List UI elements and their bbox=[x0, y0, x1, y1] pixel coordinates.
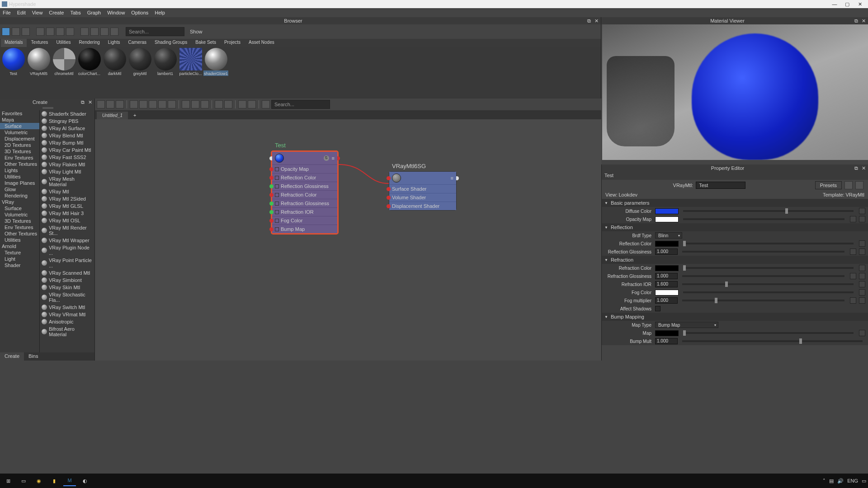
refl-gloss-input[interactable]: 1.000 bbox=[655, 249, 678, 255]
node-header[interactable]: ≡ bbox=[389, 172, 456, 184]
section-reflection[interactable]: ▼Reflection bbox=[602, 223, 868, 231]
map-type-dropdown[interactable]: Bump Map bbox=[655, 322, 718, 328]
shader-list-item[interactable]: VRay Plugin Node ... bbox=[40, 244, 94, 257]
menu-file[interactable]: File bbox=[3, 10, 11, 15]
menu-help[interactable]: Help bbox=[155, 10, 165, 15]
brdf-dropdown[interactable]: Blinn bbox=[655, 232, 682, 239]
app-icon[interactable]: ◐ bbox=[79, 475, 91, 486]
menu-view[interactable]: View bbox=[32, 10, 43, 15]
create-close-icon[interactable]: ✕ bbox=[87, 99, 93, 105]
shader-list-item[interactable]: VRay Mtl OSL bbox=[40, 217, 94, 224]
tree-item[interactable]: Utilities bbox=[0, 237, 39, 243]
graph-tab[interactable]: Untitled_1 bbox=[97, 112, 128, 119]
graph-tool-icon[interactable] bbox=[149, 100, 157, 108]
fog-mult-slider[interactable] bbox=[682, 300, 844, 301]
graph-tool-icon[interactable] bbox=[158, 100, 166, 108]
graph-canvas[interactable]: Test S ≡ Opacity MapReflection ColorRefl… bbox=[95, 119, 601, 361]
node-attr-row[interactable]: Volume Shader bbox=[389, 193, 456, 202]
tree-item[interactable]: Other Textures bbox=[0, 230, 39, 237]
map-button[interactable] bbox=[859, 216, 865, 222]
opacity-slider[interactable] bbox=[683, 218, 844, 220]
tab-materials[interactable]: Materials bbox=[1, 39, 27, 47]
tree-item[interactable]: Env Textures bbox=[0, 155, 39, 161]
tree-item[interactable]: Surface bbox=[0, 123, 39, 129]
graph-tool-icon[interactable] bbox=[97, 100, 105, 108]
reflection-color-swatch[interactable] bbox=[655, 241, 679, 247]
material-swatch[interactable]: shaderGlow1 bbox=[203, 48, 228, 76]
tree-item[interactable]: Favorites bbox=[0, 110, 39, 117]
window-minimize[interactable]: — bbox=[828, 1, 841, 7]
material-name-input[interactable]: Test bbox=[696, 182, 745, 189]
map-button[interactable] bbox=[850, 297, 856, 304]
shader-list-item[interactable]: VRay Light Mtl bbox=[40, 168, 94, 175]
tree-item[interactable]: Utilities bbox=[0, 174, 39, 180]
tree-item[interactable]: Arnold bbox=[0, 243, 39, 249]
node-shading-group[interactable]: VRayMtl6SG ≡ Surface ShaderVolume Shader… bbox=[389, 171, 457, 211]
window-close[interactable]: ✕ bbox=[854, 1, 866, 7]
menu-edit[interactable]: Edit bbox=[17, 10, 26, 15]
material-swatch[interactable]: particleClo... bbox=[178, 48, 203, 76]
map-button[interactable] bbox=[859, 240, 865, 247]
map-button[interactable] bbox=[850, 273, 856, 279]
graph-tool-icon[interactable] bbox=[182, 100, 190, 108]
tray-lang[interactable]: ENG bbox=[847, 478, 858, 483]
fog-color-swatch[interactable] bbox=[655, 290, 679, 296]
node-attr-row[interactable]: Reflection Glossiness bbox=[272, 182, 337, 190]
render-preview[interactable] bbox=[602, 24, 868, 160]
toolbar-icon[interactable] bbox=[66, 28, 74, 36]
material-swatch[interactable]: chromeMtl bbox=[52, 48, 76, 76]
material-swatch[interactable]: VRayMtl5 bbox=[26, 48, 51, 76]
diffuse-color-swatch[interactable] bbox=[655, 208, 679, 214]
menu-options[interactable]: Options bbox=[131, 10, 148, 15]
shader-list-item[interactable]: VRay Stochastic Fla... bbox=[40, 291, 94, 304]
opacity-swatch[interactable] bbox=[655, 216, 679, 222]
props-icon[interactable] bbox=[855, 181, 863, 189]
node-menu-icon[interactable]: ≡ bbox=[332, 155, 335, 161]
tree-item[interactable]: Surface bbox=[0, 205, 39, 211]
port-in[interactable] bbox=[269, 210, 274, 214]
shader-list-item[interactable]: VRay Point Particle ... bbox=[40, 257, 94, 269]
toolbar-icon[interactable] bbox=[56, 28, 64, 36]
tree-item[interactable]: 3D Textures bbox=[0, 218, 39, 224]
tree-item[interactable]: Displacement bbox=[0, 136, 39, 142]
explorer-icon[interactable]: ▮ bbox=[48, 475, 61, 486]
browser-search-input[interactable]: Search... bbox=[126, 27, 184, 36]
map-button[interactable] bbox=[859, 289, 865, 296]
shader-list-item[interactable]: VRay Simbiont bbox=[40, 277, 94, 284]
node-attr-row[interactable]: Bump Map bbox=[272, 225, 337, 233]
graph-tool-icon[interactable] bbox=[168, 100, 176, 108]
tab-textures[interactable]: Textures bbox=[28, 39, 52, 47]
shader-list-item[interactable]: VRay VRmat Mtl bbox=[40, 311, 94, 318]
port-in[interactable] bbox=[387, 187, 391, 191]
port-in[interactable] bbox=[269, 227, 274, 231]
shader-list-item[interactable]: VRay Mtl Hair 3 bbox=[40, 210, 94, 217]
toolbar-icon[interactable] bbox=[12, 28, 20, 36]
shader-list-item[interactable]: VRay Mtl 2Sided bbox=[40, 195, 94, 202]
graph-tool-icon[interactable] bbox=[248, 100, 256, 108]
shader-list-item[interactable]: VRay Bump Mtl bbox=[40, 139, 94, 146]
tab-utilities[interactable]: Utilities bbox=[52, 39, 74, 47]
affect-shadows-checkbox[interactable] bbox=[655, 306, 660, 311]
tray-network-icon[interactable]: ▤ bbox=[829, 478, 834, 484]
toolbar-icon[interactable] bbox=[46, 28, 54, 36]
graph-tool-icon[interactable] bbox=[224, 100, 232, 108]
task-view-icon[interactable]: ▭ bbox=[17, 475, 30, 486]
tab-bins[interactable]: Bins bbox=[24, 352, 42, 361]
map-button[interactable] bbox=[859, 273, 865, 279]
tab-asset-nodes[interactable]: Asset Nodes bbox=[245, 39, 278, 47]
shader-list-item[interactable]: VRay Mtl Wrapper bbox=[40, 237, 94, 244]
node-attr-row[interactable]: Fog Color bbox=[272, 216, 337, 225]
shader-list-item[interactable]: VRay Mtl Render St... bbox=[40, 224, 94, 237]
shader-list-item[interactable]: Stingray PBS bbox=[40, 117, 94, 125]
shader-list-item[interactable]: Bifrost Aero Material bbox=[40, 325, 94, 338]
map-slider[interactable] bbox=[683, 332, 854, 334]
tree-item[interactable]: Maya bbox=[0, 117, 39, 123]
tray-volume-icon[interactable]: 🔊 bbox=[837, 478, 844, 484]
tab-projects[interactable]: Projects bbox=[221, 39, 244, 47]
node-attr-row[interactable]: Refraction Glossiness bbox=[272, 199, 337, 207]
port-in[interactable] bbox=[269, 184, 274, 188]
fog-mult-input[interactable]: 1.000 bbox=[655, 297, 678, 304]
node-header[interactable]: S ≡ bbox=[272, 152, 337, 164]
bump-mult-slider[interactable] bbox=[682, 340, 863, 342]
shader-list-item[interactable]: VRay Fast SSS2 bbox=[40, 154, 94, 161]
